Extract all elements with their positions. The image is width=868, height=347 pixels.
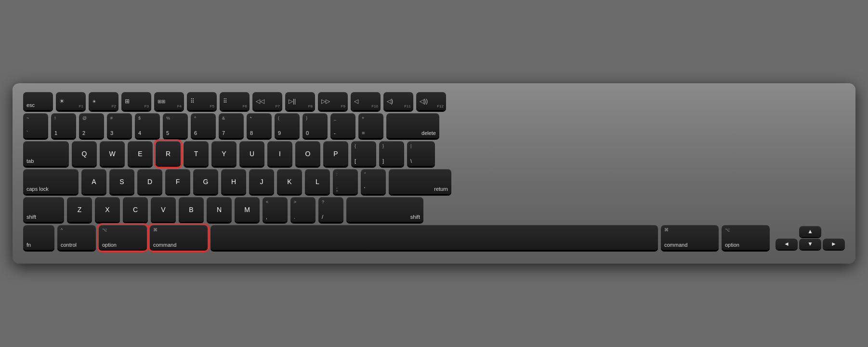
key-6[interactable]: ^ 6: [191, 113, 216, 138]
f9-icon: ▷▷: [321, 98, 330, 105]
key-n-label: N: [217, 206, 222, 214]
key-option-right[interactable]: ⌥ option: [722, 225, 770, 250]
key-f4[interactable]: ⊞⊞ F4: [154, 92, 184, 110]
key-7[interactable]: & 7: [219, 113, 244, 138]
key-r[interactable]: R: [156, 141, 181, 166]
f9-label: F9: [341, 104, 345, 108]
key-period[interactable]: > .: [290, 197, 316, 222]
key-arrow-up[interactable]: ▲: [799, 226, 821, 237]
key-t[interactable]: T: [184, 141, 209, 166]
key-space[interactable]: [210, 225, 658, 250]
key-b[interactable]: B: [179, 197, 204, 222]
key-at-label: @: [82, 116, 87, 120]
key-f7[interactable]: ◁◁ F7: [252, 92, 282, 110]
key-caps-lock[interactable]: caps lock: [23, 169, 79, 194]
key-return[interactable]: return: [389, 169, 451, 194]
key-f1[interactable]: ☀ F1: [56, 92, 86, 110]
key-i[interactable]: I: [267, 141, 292, 166]
key-forwardslash-label: /: [322, 214, 323, 220]
key-equals[interactable]: + =: [358, 113, 383, 138]
key-8-label: 8: [250, 131, 253, 136]
key-slash[interactable]: ? /: [318, 197, 343, 222]
key-equals-label: =: [362, 131, 365, 136]
key-shift-left[interactable]: shift: [23, 197, 64, 222]
key-f3[interactable]: ⊞ F3: [121, 92, 151, 110]
key-arrow-down[interactable]: ▼: [799, 239, 821, 250]
key-minus[interactable]: _ -: [330, 113, 355, 138]
key-f2[interactable]: ☀ F2: [89, 92, 118, 110]
key-f5[interactable]: ⠿ F5: [187, 92, 217, 110]
key-f9[interactable]: ▷▷ F9: [318, 92, 348, 110]
f1-icon: ☀: [59, 98, 65, 105]
key-arrow-right[interactable]: ►: [823, 239, 845, 250]
key-l[interactable]: L: [305, 169, 330, 194]
key-f12[interactable]: ◁)) F12: [416, 92, 446, 110]
key-f11[interactable]: ◁) F11: [383, 92, 413, 110]
key-g[interactable]: G: [193, 169, 218, 194]
key-8[interactable]: * 8: [247, 113, 272, 138]
key-j[interactable]: J: [249, 169, 274, 194]
key-command-right[interactable]: ⌘ command: [661, 225, 719, 250]
key-2[interactable]: @ 2: [79, 113, 104, 138]
key-f6[interactable]: ⠿ F6: [220, 92, 250, 110]
key-5[interactable]: % 5: [163, 113, 188, 138]
key-f8[interactable]: ▷|| F8: [285, 92, 315, 110]
key-delete[interactable]: delete: [386, 113, 439, 138]
key-esc[interactable]: esc: [23, 92, 53, 110]
key-c[interactable]: C: [123, 197, 148, 222]
key-w[interactable]: W: [100, 141, 125, 166]
key-backslash-label: \: [410, 159, 412, 164]
key-backtick-label: `: [26, 131, 28, 136]
key-9[interactable]: ( 9: [275, 113, 300, 138]
key-f[interactable]: F: [165, 169, 190, 194]
key-4[interactable]: $ 4: [135, 113, 160, 138]
key-o[interactable]: O: [295, 141, 320, 166]
key-option-left[interactable]: ⌥ option: [99, 225, 147, 250]
key-fn-label: fn: [26, 242, 31, 248]
key-e[interactable]: E: [128, 141, 153, 166]
key-period-label: .: [294, 214, 295, 220]
key-open-bracket[interactable]: { [: [351, 141, 376, 166]
key-x-label: X: [105, 206, 109, 214]
key-d[interactable]: D: [137, 169, 162, 194]
key-semicolon[interactable]: : ;: [333, 169, 358, 194]
key-y[interactable]: Y: [211, 141, 237, 166]
key-1[interactable]: ! 1: [51, 113, 76, 138]
key-0[interactable]: ) 0: [302, 113, 328, 138]
key-a[interactable]: A: [81, 169, 106, 194]
key-shift-right[interactable]: shift: [346, 197, 423, 222]
key-control[interactable]: ^ control: [57, 225, 96, 250]
key-plus-label: +: [362, 116, 364, 120]
shift-row: shift Z X C V B N M < , > .: [23, 197, 845, 222]
key-tab-label: tab: [26, 159, 34, 164]
key-colon-label: :: [336, 172, 338, 176]
key-tab[interactable]: tab: [23, 141, 69, 166]
f4-label: F4: [177, 104, 182, 108]
key-n[interactable]: N: [207, 197, 232, 222]
key-command-left[interactable]: ⌘ command: [150, 225, 208, 250]
key-less-label: <: [266, 200, 268, 204]
key-close-bracket[interactable]: } ]: [379, 141, 404, 166]
key-backslash[interactable]: | \: [407, 141, 435, 166]
key-comma[interactable]: < ,: [263, 197, 288, 222]
key-s[interactable]: S: [109, 169, 134, 194]
key-arrow-left[interactable]: ◄: [776, 239, 798, 250]
key-3[interactable]: # 3: [107, 113, 132, 138]
key-q[interactable]: Q: [72, 141, 97, 166]
key-h[interactable]: H: [221, 169, 246, 194]
key-w-label: W: [109, 150, 115, 158]
key-x[interactable]: X: [95, 197, 120, 222]
key-l-label: L: [316, 178, 319, 186]
key-option-left-icon: ⌥: [102, 227, 107, 232]
key-m[interactable]: M: [235, 197, 260, 222]
key-u[interactable]: U: [239, 141, 264, 166]
key-f10[interactable]: ◁ F10: [351, 92, 381, 110]
key-v[interactable]: V: [151, 197, 176, 222]
key-k[interactable]: K: [277, 169, 302, 194]
key-1-label: 1: [54, 131, 57, 136]
key-fn[interactable]: fn: [23, 225, 54, 250]
key-z[interactable]: Z: [67, 197, 92, 222]
key-backtick[interactable]: ~ `: [23, 113, 48, 138]
key-p[interactable]: P: [323, 141, 348, 166]
key-quote[interactable]: " ': [361, 169, 386, 194]
